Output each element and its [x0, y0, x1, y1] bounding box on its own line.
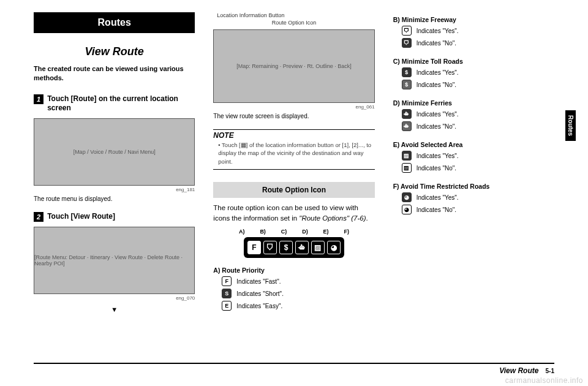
- icon-row-labels: A) B) C) D) E) F): [239, 229, 349, 235]
- column-2: Location Information Button Route Option…: [213, 12, 374, 355]
- e-yes-text: Indicates "Yes".: [417, 153, 459, 159]
- callout-labels: Location Information Button: [213, 12, 374, 20]
- time-yes-icon: ◕: [402, 192, 412, 202]
- view-route-displayed-text: The view route screen is displayed.: [213, 112, 374, 121]
- b-yes-text: Indicates "Yes".: [417, 28, 459, 34]
- route-option-desc-ref: "Route Options" (7-6): [299, 214, 366, 222]
- avoid-area-icon: ▨: [311, 241, 325, 254]
- img-caption-3: eng_061: [213, 104, 374, 110]
- screenshot-route-menu: [Route Menu: Detour · Itinerary · View R…: [34, 227, 195, 294]
- intro-text: The created route can be viewed using va…: [34, 64, 195, 83]
- e-no-text: Indicates "No".: [417, 165, 456, 172]
- label-f: F): [344, 229, 349, 235]
- label-c: C): [281, 229, 287, 235]
- watermark: carmanualsonline.info: [505, 376, 583, 385]
- easy-icon: E: [222, 301, 232, 311]
- f-no: ◕ Indicates "No".: [393, 203, 554, 216]
- screenshot-placeholder-text: [Map: Remaining · Preview · Rt. Outline …: [236, 63, 352, 69]
- freeway-yes-icon: ⛉: [402, 26, 412, 36]
- label-d: D): [302, 229, 308, 235]
- location-info-button-label: Location Information Button: [217, 12, 284, 18]
- c-yes: $ Indicates "Yes".: [393, 66, 554, 78]
- label-e: E): [323, 229, 329, 235]
- toll-icon: $: [279, 241, 293, 254]
- priority-icon: F: [247, 241, 261, 254]
- page-title: View Route: [34, 45, 195, 58]
- column-1: Routes View Route The created route can …: [34, 12, 195, 355]
- avoid-no-icon: ▨: [402, 163, 412, 173]
- toll-yes-icon: $: [402, 67, 412, 77]
- indicator-short: S Indicates "Short".: [213, 287, 374, 300]
- f-yes-text: Indicates "Yes".: [417, 194, 459, 201]
- c-no-text: Indicates "No".: [417, 81, 456, 88]
- c-yes-text: Indicates "Yes".: [417, 69, 459, 76]
- screenshot-placeholder-text: [Route Menu: Detour · Itinerary · View R…: [34, 254, 194, 267]
- footer-title: View Route: [499, 366, 538, 375]
- f-no-text: Indicates "No".: [417, 206, 456, 213]
- route-option-icon-callout: Route Option Icon: [213, 20, 374, 26]
- img-caption-2: eng_070: [34, 295, 195, 301]
- img-caption-1: eng_181: [34, 187, 195, 192]
- b-yes: ⛉ Indicates "Yes".: [393, 25, 554, 37]
- e-yes: ▨ Indicates "Yes".: [393, 149, 554, 162]
- time-no-icon: ◕: [402, 205, 412, 214]
- option-b-title: B) Minimize Freeway: [393, 16, 554, 23]
- step-1: 1 Touch [Route] on the current location …: [34, 94, 195, 113]
- column-3: B) Minimize Freeway ⛉ Indicates "Yes". ⛉…: [393, 12, 554, 355]
- b-no: ⛉ Indicates "No".: [393, 37, 554, 49]
- route-option-icon-row: F ⛉ $ ⛴ ▨ ◕: [244, 237, 344, 258]
- fast-icon: F: [222, 276, 232, 286]
- option-f-title: F) Avoid Time Restricted Roads: [393, 183, 554, 190]
- note-body: • Touch [▦] of the location information …: [213, 141, 374, 170]
- route-option-desc-part3: .: [366, 214, 368, 222]
- screenshot-current-location: [Map / Voice / Route / Navi Menu]: [34, 118, 195, 186]
- side-tab-routes: Routes: [565, 110, 576, 141]
- b-no-text: Indicates "No".: [417, 40, 456, 47]
- label-b: B): [260, 229, 266, 235]
- option-a-title: A) Route Priority: [213, 267, 374, 274]
- route-menu-displayed-text: The route menu is displayed.: [34, 195, 195, 203]
- route-option-description: The route option icon can be used to vie…: [213, 203, 374, 224]
- step-2-text: Touch [View Route]: [47, 212, 115, 222]
- d-yes: ⛴ Indicates "Yes".: [393, 108, 554, 120]
- footer-right: View Route 5-1: [499, 366, 554, 375]
- note-heading: NOTE: [213, 129, 374, 140]
- section-banner: Routes: [34, 12, 195, 33]
- freeway-no-icon: ⛉: [402, 38, 412, 48]
- easy-text: Indicates "Easy".: [236, 303, 282, 309]
- page-footer: View Route 5-1: [34, 363, 554, 375]
- label-a: A): [239, 229, 245, 235]
- freeway-icon: ⛉: [263, 241, 277, 254]
- f-yes: ◕ Indicates "Yes".: [393, 191, 554, 203]
- step-1-number: 1: [34, 94, 43, 104]
- option-d-title: D) Minimize Ferries: [393, 99, 554, 107]
- option-e-title: E) Avoid Selected Area: [393, 141, 554, 148]
- screenshot-view-route: [Map: Remaining · Preview · Rt. Outline …: [213, 29, 374, 103]
- d-no-text: Indicates "No".: [417, 123, 456, 130]
- indicator-fast: F Indicates "Fast".: [213, 275, 374, 287]
- continue-indicator-icon: ▼: [34, 306, 195, 313]
- fast-text: Indicates "Fast".: [236, 278, 281, 285]
- step-2: 2 Touch [View Route]: [34, 212, 195, 222]
- ferry-icon: ⛴: [295, 241, 309, 254]
- footer-page-number: 5-1: [546, 368, 554, 374]
- step-1-text: Touch [Route] on the current location sc…: [47, 94, 195, 113]
- screenshot-placeholder-text: [Map / Voice / Route / Navi Menu]: [74, 149, 156, 155]
- d-yes-text: Indicates "Yes".: [417, 111, 459, 118]
- time-restricted-icon: ◕: [327, 241, 341, 254]
- d-no: ⛴ Indicates "No".: [393, 120, 554, 132]
- ferry-yes-icon: ⛴: [402, 109, 412, 119]
- indicator-easy: E Indicates "Easy".: [213, 300, 374, 312]
- short-icon: S: [222, 289, 232, 298]
- short-text: Indicates "Short".: [236, 290, 284, 297]
- ferry-no-icon: ⛴: [402, 121, 412, 131]
- avoid-yes-icon: ▨: [402, 151, 412, 161]
- e-no: ▨ Indicates "No".: [393, 162, 554, 174]
- c-no: $ Indicates "No".: [393, 78, 554, 91]
- route-option-icon-banner: Route Option Icon: [213, 182, 374, 198]
- option-c-title: C) Minimize Toll Roads: [393, 58, 554, 65]
- toll-no-icon: $: [402, 80, 412, 89]
- step-2-number: 2: [34, 212, 43, 222]
- page-columns: Routes View Route The created route can …: [34, 12, 554, 355]
